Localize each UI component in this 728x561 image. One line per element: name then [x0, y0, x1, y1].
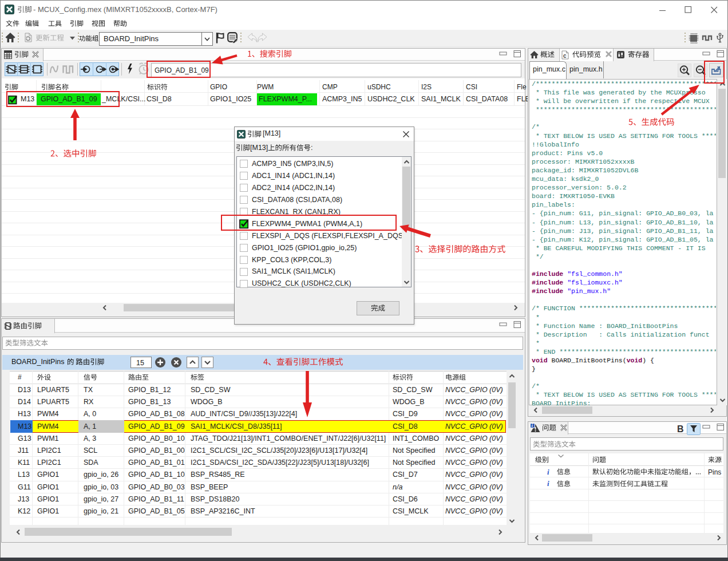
- svg-text:c: c: [563, 53, 567, 59]
